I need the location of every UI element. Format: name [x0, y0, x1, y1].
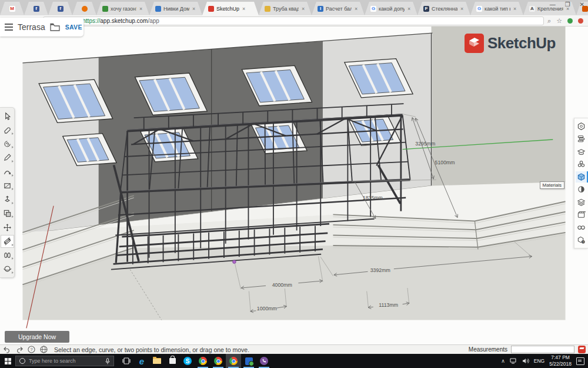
tab-sketchup-active[interactable]: SketchUp × [202, 2, 259, 15]
entity-info-icon[interactable] [576, 121, 587, 132]
window-maximize-button[interactable]: ❐ [565, 1, 570, 8]
select-tool[interactable] [1, 110, 14, 122]
soften-edges-icon[interactable] [576, 146, 587, 157]
dim-4000[interactable]: 4000mm [272, 282, 292, 288]
skype-icon[interactable]: S [180, 354, 195, 368]
tab-close-icon[interactable]: × [407, 6, 410, 12]
scenes-icon[interactable] [576, 209, 587, 220]
dim-5100[interactable]: 5100mm [435, 160, 455, 165]
dim-3392[interactable]: 3392mm [370, 267, 390, 273]
tray-time: 7:47 PM [551, 354, 570, 360]
menu-icon[interactable] [5, 24, 13, 31]
hidden-icons-chevron[interactable]: ∧ [501, 358, 505, 364]
site-favicon [102, 6, 108, 12]
arc-tool[interactable] [1, 166, 14, 178]
push-pull-tool[interactable] [1, 194, 14, 205]
folder-icon[interactable] [50, 23, 61, 31]
edge-icon[interactable]: e [134, 354, 149, 368]
zoom-icon[interactable]: ⌕ [547, 17, 551, 25]
model-info-icon[interactable]: i [576, 234, 587, 246]
dim-1835[interactable]: 1835mm [363, 195, 383, 201]
selected-endpoint[interactable] [233, 260, 236, 264]
model-canvas[interactable]: 3295mm 5100mm 1835mm 3392mm 4000mm 1000m… [0, 26, 588, 344]
orbit-tool[interactable] [1, 263, 14, 275]
left-tool-palette [0, 107, 15, 278]
taskbar-clock[interactable]: 7:47 PM 5/22/2018 [549, 354, 572, 367]
tab-gmail[interactable]: M [0, 2, 24, 15]
url-host: app.sketchup.com [100, 18, 148, 24]
layers-icon[interactable] [576, 197, 587, 208]
eraser-tool[interactable] [1, 124, 14, 136]
extension-icon-green[interactable] [567, 18, 573, 24]
tab-title: хочу газон! - Ф [111, 6, 136, 12]
tab-steklyannaya[interactable]: F Стеклянная кр × [417, 2, 470, 15]
window-close-button[interactable]: ✕ [580, 1, 584, 8]
tab-close-icon[interactable]: × [192, 6, 195, 12]
redo-icon[interactable] [15, 346, 24, 353]
measurements-input[interactable] [511, 346, 574, 353]
action-center-icon[interactable] [576, 357, 584, 365]
tab-google-1[interactable]: G какой допусти × [365, 2, 417, 15]
svg-text:?: ? [30, 347, 32, 352]
offset-tool[interactable] [1, 207, 14, 219]
tray-date: 5/22/2018 [549, 361, 572, 367]
paint-tool[interactable] [1, 138, 14, 150]
viber-icon[interactable] [256, 354, 272, 368]
chrome-icon-2[interactable] [211, 354, 226, 368]
line-tool[interactable] [1, 152, 14, 164]
file-explorer-icon[interactable] [149, 354, 165, 368]
tab-close-icon[interactable]: × [513, 6, 516, 12]
taskbar-search-input[interactable]: Type here to search [15, 356, 114, 366]
browser-tab-strip: M f f хочу газон! - Ф × Нивки Дом Эл × S… [0, 0, 588, 15]
tab-close-icon[interactable]: × [242, 6, 245, 12]
shape-tool[interactable] [1, 180, 14, 191]
dimension-tool-active[interactable] [1, 236, 14, 247]
microphone-icon[interactable] [105, 358, 110, 364]
speaker-icon[interactable] [522, 358, 529, 364]
tab-google-2[interactable]: G какой тип креп × [470, 2, 523, 15]
tab-app[interactable] [72, 2, 96, 15]
windows-logo-icon [5, 358, 11, 364]
materials-icon-active[interactable] [576, 171, 587, 183]
undo-icon[interactable] [2, 346, 11, 353]
store-icon[interactable] [165, 354, 180, 368]
tab-close-icon[interactable]: × [460, 6, 463, 12]
dim-3295[interactable]: 3295mm [415, 141, 435, 147]
start-button[interactable] [0, 358, 15, 364]
tab-close-icon[interactable]: × [139, 6, 142, 12]
styles-icon[interactable] [576, 184, 587, 195]
measurements-label: Measurements [469, 346, 507, 353]
chrome-icon-active[interactable] [226, 354, 241, 368]
tab-lawn[interactable]: хочу газон! - Ф × [96, 2, 149, 15]
dim-1113[interactable]: 1113mm [379, 302, 398, 308]
tab-truba[interactable]: Труба квадрат × [259, 2, 312, 15]
language-indicator[interactable]: ENG [534, 358, 544, 364]
components-icon[interactable] [576, 158, 587, 170]
tab-nivki[interactable]: Нивки Дом Эл × [149, 2, 202, 15]
walk-tool[interactable] [1, 249, 14, 261]
extension-icon-red[interactable] [578, 18, 583, 24]
tab-facebook-1[interactable]: f [24, 2, 48, 15]
language-globe-icon[interactable] [39, 346, 48, 353]
dim-1000[interactable]: 1000mm [257, 306, 277, 311]
bookmark-star-icon[interactable]: ☆ [556, 17, 562, 25]
chrome-icon-1[interactable] [195, 354, 211, 368]
window-minimize-button[interactable]: — [550, 1, 556, 8]
network-icon[interactable] [510, 358, 517, 364]
views-icon[interactable] [576, 222, 587, 233]
task-view-button[interactable] [119, 354, 134, 368]
tab-facebook-2[interactable]: f [48, 2, 72, 15]
upgrade-now-button[interactable]: Upgrade Now [5, 331, 69, 343]
teamviewer-icon[interactable] [241, 354, 256, 368]
site-favicon [155, 6, 161, 12]
help-icon[interactable]: ? [27, 346, 36, 353]
save-button[interactable]: SAVE [65, 24, 82, 31]
instructor-icon[interactable] [576, 133, 587, 144]
tab-raschet[interactable]: I Расчет балки н × [312, 2, 365, 15]
document-title[interactable]: Terrasa [18, 22, 45, 32]
move-tool[interactable] [1, 221, 14, 233]
tab-close-icon[interactable]: × [355, 6, 358, 12]
tab-close-icon[interactable]: × [302, 6, 305, 12]
tab-title: Нивки Дом Эл [163, 6, 189, 12]
url-input[interactable]: 🔒 Secure | https://app.sketchup.com/app [43, 16, 544, 25]
